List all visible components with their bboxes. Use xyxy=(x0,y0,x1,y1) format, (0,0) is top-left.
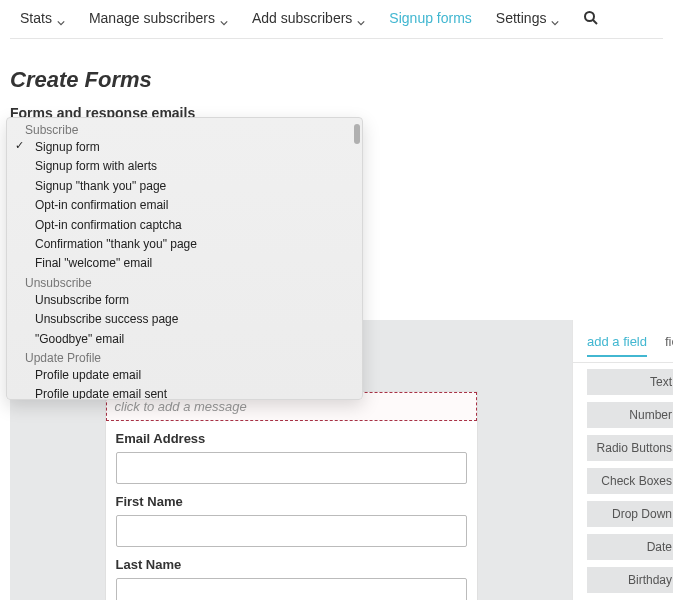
field-label: First Name xyxy=(116,494,467,509)
tab-field-settings[interactable]: field settings xyxy=(665,334,673,356)
dd-item-conf-thankyou[interactable]: Confirmation "thank you" page xyxy=(7,235,362,254)
nav-label: Manage subscribers xyxy=(89,10,215,26)
nav-add-subscribers[interactable]: Add subscribers xyxy=(252,10,365,26)
field-group-lastname[interactable]: Last Name xyxy=(106,547,477,600)
dd-item-optin-email[interactable]: Opt-in confirmation email xyxy=(7,196,362,215)
dd-item-welcome-email[interactable]: Final "welcome" email xyxy=(7,254,362,273)
firstname-field[interactable] xyxy=(116,515,467,547)
nav-manage-subscribers[interactable]: Manage subscribers xyxy=(89,10,228,26)
dd-item-label: Signup form xyxy=(35,140,100,154)
chevron-down-icon xyxy=(357,14,365,22)
nav-settings[interactable]: Settings xyxy=(496,10,560,26)
palette-number[interactable]: Number xyxy=(587,402,673,428)
dd-item-profile-email-sent[interactable]: Profile update email sent xyxy=(7,385,362,399)
dd-item-unsub-success[interactable]: Unsubscribe success page xyxy=(7,310,362,329)
svg-point-0 xyxy=(585,12,594,21)
lastname-field[interactable] xyxy=(116,578,467,600)
palette-birthday[interactable]: Birthday xyxy=(587,567,673,593)
page-title: Create Forms xyxy=(10,67,663,93)
dd-item-label: Unsubscribe form xyxy=(35,293,129,307)
nav-label: Settings xyxy=(496,10,547,26)
field-label: Email Address xyxy=(116,431,467,446)
page-header: Create Forms Forms and response emails xyxy=(0,39,673,121)
dd-item-label: Final "welcome" email xyxy=(35,256,152,270)
nav-signup-forms[interactable]: Signup forms xyxy=(389,10,471,26)
field-group-firstname[interactable]: First Name xyxy=(106,484,477,547)
dropdown-scroll[interactable]: Subscribe ✓Signup form Signup form with … xyxy=(7,118,362,399)
tab-add-field[interactable]: add a field xyxy=(587,334,647,357)
sidebar: add a field field settings Text Number R… xyxy=(572,320,673,600)
palette-date[interactable]: Date xyxy=(587,534,673,560)
nav-label: Add subscribers xyxy=(252,10,352,26)
dd-item-label: Profile update email xyxy=(35,368,141,382)
field-group-email[interactable]: Email Address xyxy=(106,421,477,484)
dd-item-signup-thankyou[interactable]: Signup "thank you" page xyxy=(7,177,362,196)
dd-item-signup-alerts[interactable]: Signup form with alerts xyxy=(7,157,362,176)
dd-group-subscribe: Subscribe xyxy=(7,121,362,138)
dd-item-optin-captcha[interactable]: Opt-in confirmation captcha xyxy=(7,216,362,235)
forms-dropdown: Subscribe ✓Signup form Signup form with … xyxy=(6,117,363,400)
field-palette: Text Number Radio Buttons Check Boxes Dr… xyxy=(573,363,673,600)
dd-item-label: "Goodbye" email xyxy=(35,332,124,346)
dd-item-unsub-form[interactable]: Unsubscribe form xyxy=(7,291,362,310)
dd-item-label: Signup "thank you" page xyxy=(35,179,166,193)
svg-line-1 xyxy=(593,20,597,24)
field-label: Last Name xyxy=(116,557,467,572)
palette-text[interactable]: Text xyxy=(587,369,673,395)
dd-item-profile-email[interactable]: Profile update email xyxy=(7,366,362,385)
dd-item-goodbye-email[interactable]: "Goodbye" email xyxy=(7,330,362,349)
dd-item-label: Opt-in confirmation captcha xyxy=(35,218,182,232)
dd-group-update-profile: Update Profile xyxy=(7,349,362,366)
email-field[interactable] xyxy=(116,452,467,484)
dd-item-label: Profile update email sent xyxy=(35,387,167,399)
top-nav: Stats Manage subscribers Add subscribers… xyxy=(10,0,663,39)
sidebar-tabs: add a field field settings xyxy=(573,320,673,363)
nav-label: Stats xyxy=(20,10,52,26)
search-icon[interactable] xyxy=(583,10,599,26)
palette-radio[interactable]: Radio Buttons xyxy=(587,435,673,461)
dd-item-label: Opt-in confirmation email xyxy=(35,198,168,212)
dd-item-label: Unsubscribe success page xyxy=(35,312,178,326)
form-canvas: click to add a message Email Address Fir… xyxy=(106,392,477,600)
palette-dropdown[interactable]: Drop Down xyxy=(587,501,673,527)
dd-group-unsubscribe: Unsubscribe xyxy=(7,274,362,291)
check-icon: ✓ xyxy=(15,138,24,154)
chevron-down-icon xyxy=(551,14,559,22)
chevron-down-icon xyxy=(57,14,65,22)
nav-label: Signup forms xyxy=(389,10,471,26)
palette-checkbox[interactable]: Check Boxes xyxy=(587,468,673,494)
chevron-down-icon xyxy=(220,14,228,22)
dd-item-label: Confirmation "thank you" page xyxy=(35,237,197,251)
nav-stats[interactable]: Stats xyxy=(20,10,65,26)
dd-item-label: Signup form with alerts xyxy=(35,159,157,173)
dd-item-signup-form[interactable]: ✓Signup form xyxy=(7,138,362,157)
